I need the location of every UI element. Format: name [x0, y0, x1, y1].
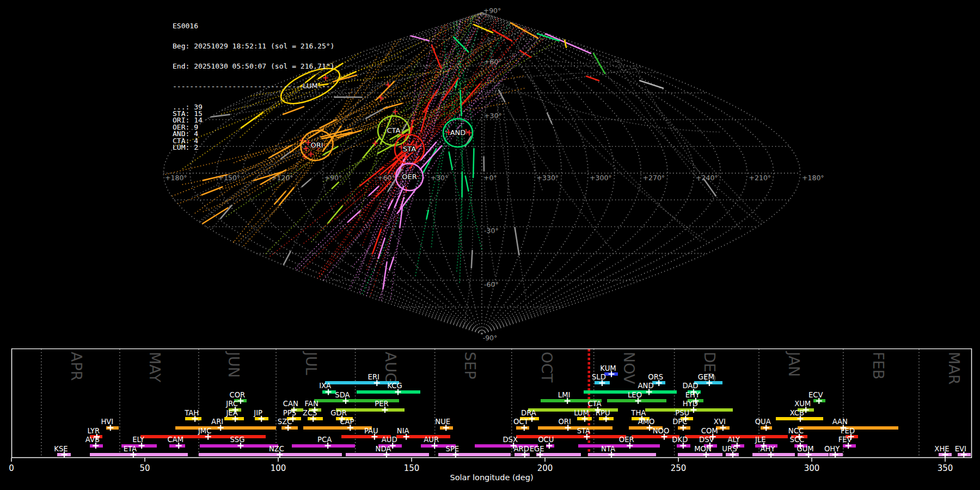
radiant-label-AND: AND — [450, 128, 466, 137]
trail-arc — [585, 0, 740, 229]
shower-bar-MON — [678, 453, 722, 456]
meteor-segment — [499, 90, 505, 101]
shower-label-NIA: NIA — [397, 427, 409, 435]
x-tick-labels: 050100150200250300350 — [9, 463, 953, 473]
month-label-FEB: FEB — [870, 352, 887, 379]
x-tick-label: 200 — [537, 463, 553, 473]
trail-arc — [517, 72, 803, 88]
shower-label-COM: COM — [701, 427, 718, 435]
month-label-JAN: JAN — [786, 351, 803, 377]
meteor-segment — [218, 242, 234, 262]
shower-label-DPC: DPC — [672, 418, 687, 426]
shower-label-FAN: FAN — [304, 400, 318, 408]
shower-label-PPS: PPS — [283, 409, 296, 417]
shower-label-AUR: AUR — [424, 436, 439, 444]
shower-label-DKD: DKD — [672, 436, 688, 444]
meteor-segment — [681, 74, 697, 75]
meteor-segment — [202, 187, 222, 195]
radiant-label-CTA: CTA — [387, 126, 401, 134]
x-tick-label: 100 — [271, 463, 286, 473]
x-tick-label: 0 — [9, 463, 14, 473]
shower-label-COR: COR — [230, 391, 246, 399]
month-label-MAY: MAY — [146, 352, 163, 383]
shower-label-CAM: CAM — [167, 436, 183, 444]
shower-label-ARI: ARI — [211, 418, 223, 426]
month-label-APR: APR — [68, 352, 85, 381]
shower-label-AUD: AUD — [382, 436, 397, 444]
shower-label-NCC: NCC — [788, 427, 804, 435]
shower-label-JRC: JRC — [225, 400, 238, 408]
shower-label-KSE: KSE — [54, 445, 68, 453]
shower-bar-KCG — [357, 390, 420, 394]
x-tick-label: 50 — [139, 463, 150, 473]
lat-label: -30° — [484, 226, 499, 235]
shower-counts: ...: 39STA: 15ORI: 14OER: 9AND: 4CTA: 4L… — [173, 104, 334, 151]
x-ticks — [11, 458, 945, 462]
shower-label-EHY: EHY — [685, 391, 700, 399]
shower-label-FED: FED — [841, 427, 855, 435]
trail-arc — [488, 35, 526, 296]
shower-label-DAD: DAD — [682, 382, 698, 390]
shower-label-PSU: PSU — [675, 409, 689, 417]
shower-label-THA: THA — [630, 409, 646, 417]
shower-label-LYR: LYR — [87, 427, 100, 435]
shower-bar-ETA — [90, 453, 188, 456]
shower-label-XCB: XCB — [790, 409, 804, 417]
lon-label: +330° — [537, 174, 559, 182]
shower-label-AVB: AVB — [85, 436, 100, 444]
shower-bar-JMC — [140, 435, 266, 438]
shower-label-OHY: OHY — [824, 445, 840, 453]
trail-arc — [490, 0, 595, 220]
lon-label: +300° — [590, 174, 612, 182]
shower-label-PCA: PCA — [317, 436, 332, 444]
shower-bar-ORI — [538, 426, 612, 430]
shower-label-NZC: NZC — [269, 445, 284, 453]
lat-label: +60° — [484, 58, 502, 66]
month-label-AUG: AUG — [382, 352, 399, 384]
shower-label-AMO: AMO — [638, 418, 655, 426]
shower-label-HYD: HYD — [683, 400, 698, 408]
radiant-label-OER: OER — [402, 173, 416, 181]
station-id: ES0016 — [173, 23, 334, 29]
shower-label-CTA: CTA — [587, 400, 601, 408]
x-axis-title: Solar longitude (deg) — [450, 473, 533, 482]
lat-label: -60° — [484, 280, 499, 289]
shower-label-LUM: LUM — [574, 409, 589, 417]
shower-bar-STA — [516, 435, 626, 438]
shower-label-EVI: EVI — [955, 445, 966, 453]
shower-label-NUE: NUE — [435, 418, 450, 426]
shower-label-JEA: JEA — [225, 409, 237, 417]
shower-label-TAH: TAH — [184, 409, 199, 417]
count-LUM: LUM: 2 — [173, 144, 334, 151]
meteor-segment — [465, 176, 469, 191]
shower-label-LMI: LMI — [558, 391, 571, 399]
shower-label-AND: AND — [638, 382, 654, 390]
trail-arc — [549, 34, 762, 81]
meteor-segment — [449, 152, 452, 169]
trail-arc — [506, 47, 709, 243]
shower-label-JIP: JIP — [253, 409, 262, 417]
shower-bar-ARI — [175, 426, 276, 430]
shower-label-OER: OER — [619, 436, 634, 444]
shower-bar-OER — [578, 444, 660, 448]
trail-arc — [579, 0, 713, 196]
shower-label-GUM: GUM — [797, 445, 813, 453]
shower-label-FEV: FEV — [838, 436, 852, 444]
shower-label-STA: STA — [577, 427, 590, 435]
meteor-segment — [547, 113, 552, 124]
shower-label-SCC: SCC — [790, 436, 805, 444]
month-label-JUN: JUN — [225, 351, 242, 378]
shower-label-XUM: XUM — [794, 400, 811, 408]
sky-map: LUMCTAORIANDSTAOER+180°+150°+120°+90°+60… — [0, 0, 980, 348]
shower-label-NTA: NTA — [601, 445, 615, 453]
lon-label: +240° — [696, 174, 718, 182]
shower-label-JMC: JMC — [198, 427, 211, 435]
meteor-segment — [515, 228, 519, 255]
lon-label: +150° — [218, 174, 241, 182]
shower-label-ECV: ECV — [808, 391, 823, 399]
shower-label-OCU: OCU — [538, 436, 554, 444]
lat-label: +30° — [484, 112, 502, 120]
shower-label-ETA: ETA — [124, 445, 137, 453]
shower-label-ALY: ALY — [727, 436, 740, 444]
shower-label-PER: PER — [375, 400, 388, 408]
